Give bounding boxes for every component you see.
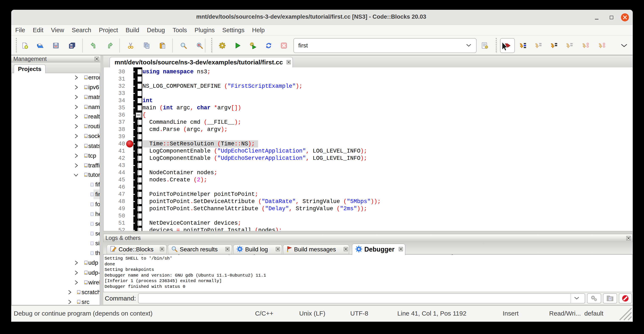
- svg-text:R: R: [198, 43, 200, 47]
